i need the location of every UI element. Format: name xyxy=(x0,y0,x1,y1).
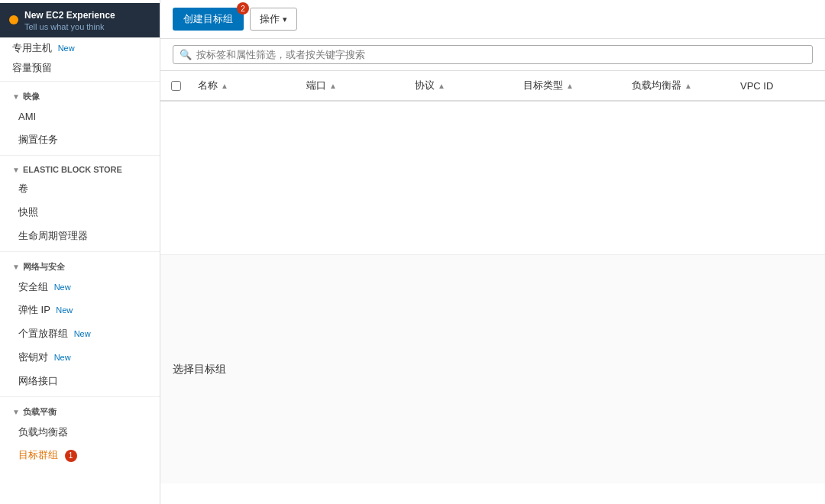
toolbar: 创建目标组 2 操作 ▾ xyxy=(160,0,825,39)
header-checkbox-cell xyxy=(160,73,191,99)
table-header: 名称 ▲ 端口 ▲ 协议 ▲ 目标类型 ▲ 负载均衡器 ▲ VPC ID xyxy=(160,71,825,102)
col-header-target-type[interactable]: 目标类型 ▲ xyxy=(516,71,625,100)
section-label-images: 映像 xyxy=(23,91,40,102)
app-header: New EC2 Experience Tell us what you thin… xyxy=(0,3,160,38)
sidebar-item-capacity-reserve[interactable]: 容量预留 xyxy=(0,58,160,78)
sidebar-item-volumes[interactable]: 卷 xyxy=(0,177,160,201)
section-label-ebs: ELASTIC BLOCK STORE xyxy=(23,165,122,174)
sort-icon-port: ▲ xyxy=(329,82,337,90)
sort-icon-name: ▲ xyxy=(221,82,228,90)
app-title-block: New EC2 Experience Tell us what you thin… xyxy=(24,9,115,31)
sidebar-item-network-interface[interactable]: 网络接口 xyxy=(0,370,160,393)
section-arrow-lb: ▼ xyxy=(12,408,20,416)
table-area: 名称 ▲ 端口 ▲ 协议 ▲ 目标类型 ▲ 负载均衡器 ▲ VPC ID xyxy=(160,71,825,504)
sidebar-item-placement-groups[interactable]: 个置放群组 New xyxy=(0,322,160,346)
section-header-images[interactable]: ▼ 映像 xyxy=(0,85,160,105)
sidebar-item-dedicated-host[interactable]: 专用主机 New xyxy=(0,38,160,58)
section-arrow-network: ▼ xyxy=(12,263,20,271)
section-label-lb: 负载平衡 xyxy=(23,406,57,418)
sort-icon-protocol: ▲ xyxy=(438,82,445,90)
app-subtitle: Tell us what you think xyxy=(24,22,115,31)
search-icon: 🔍 xyxy=(180,49,192,60)
create-target-group-button[interactable]: 创建目标组 2 xyxy=(173,8,244,31)
sidebar-item-target-groups[interactable]: 目标群组 1 xyxy=(0,444,160,467)
sidebar-item-load-balancers[interactable]: 负载均衡器 xyxy=(0,421,160,444)
col-header-name[interactable]: 名称 ▲ xyxy=(191,71,299,100)
sidebar-item-key-pairs[interactable]: 密钥对 New xyxy=(0,346,160,370)
app-title: New EC2 Experience xyxy=(24,10,115,21)
section-label-network: 网络与安全 xyxy=(23,261,65,273)
sidebar-item-ami[interactable]: AMI xyxy=(0,105,160,129)
sidebar-item-snapshots[interactable]: 快照 xyxy=(0,201,160,225)
search-bar: 🔍 xyxy=(160,39,825,71)
empty-state: 选择目标组 xyxy=(160,254,825,483)
main-content: 创建目标组 2 操作 ▾ 🔍 名称 ▲ 端口 ▲ xyxy=(160,0,825,504)
actions-button[interactable]: 操作 ▾ xyxy=(250,8,297,31)
actions-chevron-icon: ▾ xyxy=(283,15,287,24)
app-logo-dot xyxy=(9,15,18,24)
sidebar-item-spot-task[interactable]: 搁置任务 xyxy=(0,128,160,152)
search-input[interactable] xyxy=(196,49,806,60)
section-header-ebs[interactable]: ▼ ELASTIC BLOCK STORE xyxy=(0,159,160,177)
col-header-load-balancer[interactable]: 负载均衡器 ▲ xyxy=(625,71,733,100)
select-all-checkbox[interactable] xyxy=(171,81,181,91)
sort-icon-load-balancer: ▲ xyxy=(684,82,692,90)
sidebar-item-elastic-ip[interactable]: 弹性 IP New xyxy=(0,299,160,322)
sidebar-item-security-groups[interactable]: 安全组 New xyxy=(0,276,160,299)
empty-state-label: 选择目标组 xyxy=(173,363,226,376)
table-empty-body xyxy=(160,102,825,254)
divider-2 xyxy=(0,155,160,156)
col-header-port[interactable]: 端口 ▲ xyxy=(299,71,408,100)
divider-4 xyxy=(0,396,160,397)
section-header-lb[interactable]: ▼ 负载平衡 xyxy=(0,400,160,421)
col-header-protocol[interactable]: 协议 ▲ xyxy=(408,71,516,100)
target-groups-badge: 1 xyxy=(65,450,77,462)
sort-icon-target-type: ▲ xyxy=(566,82,574,90)
section-arrow-ebs: ▼ xyxy=(12,166,20,174)
col-header-vpc-id[interactable]: VPC ID xyxy=(733,73,825,99)
section-header-network[interactable]: ▼ 网络与安全 xyxy=(0,255,160,276)
divider-3 xyxy=(0,251,160,252)
search-wrapper: 🔍 xyxy=(173,45,813,64)
sidebar: New EC2 Experience Tell us what you thin… xyxy=(0,0,160,504)
section-arrow-images: ▼ xyxy=(12,92,20,101)
divider-1 xyxy=(0,81,160,82)
sidebar-item-lifecycle[interactable]: 生命周期管理器 xyxy=(0,225,160,248)
create-button-badge: 2 xyxy=(237,2,249,15)
